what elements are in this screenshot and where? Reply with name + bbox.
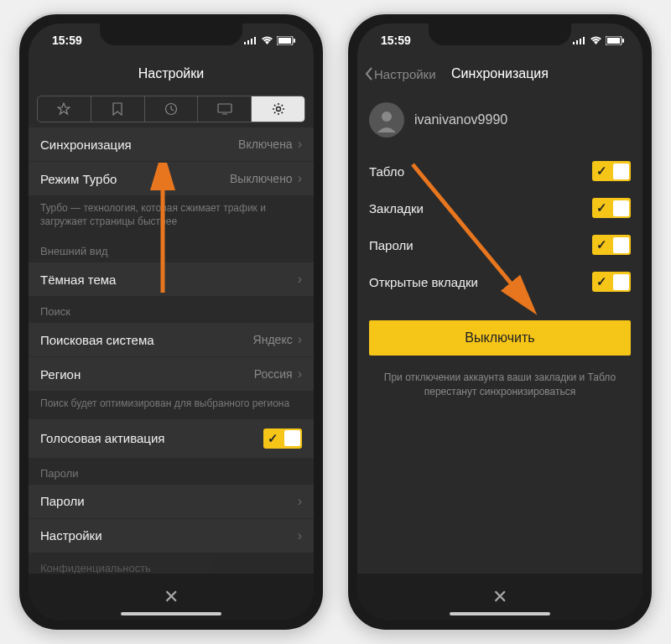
- row-dark-theme[interactable]: Тёмная тема ›: [29, 262, 314, 297]
- username: ivanivanov9990: [414, 112, 507, 127]
- row-label: Регион: [40, 367, 81, 382]
- sync-row-bookmarks: Закладки ✓: [357, 190, 642, 226]
- region-description: Поиск будет оптимизирован для выбранного…: [29, 392, 314, 418]
- chevron-right-icon: ›: [298, 494, 302, 509]
- svg-rect-0: [244, 42, 246, 44]
- chevron-right-icon: ›: [298, 366, 302, 381]
- chevron-right-icon: ›: [298, 137, 302, 151]
- svg-rect-11: [573, 42, 575, 44]
- status-indicators: [573, 36, 624, 45]
- wifi-icon: [590, 36, 602, 45]
- clock-icon: [164, 102, 178, 116]
- page-title: Настройки: [138, 66, 204, 81]
- notch: [100, 23, 242, 45]
- row-passwords[interactable]: Пароли ›: [29, 485, 314, 519]
- disconnect-button[interactable]: Выключить: [369, 320, 631, 356]
- section-passwords: Пароли: [29, 459, 314, 485]
- tabs-toggle[interactable]: ✓: [592, 272, 631, 292]
- sync-label: Закладки: [369, 201, 424, 216]
- svg-rect-17: [622, 39, 624, 43]
- svg-rect-1: [247, 40, 249, 44]
- svg-rect-5: [278, 38, 291, 44]
- tab-bookmarks[interactable]: [91, 96, 145, 122]
- row-value: Яндекс: [253, 333, 293, 346]
- settings-content[interactable]: Синхронизация Включена› Режим Турбо Выкл…: [29, 127, 314, 574]
- tab-settings[interactable]: [252, 96, 304, 122]
- screen-left: 15:59 Настройки Синхронизация Включена› …: [29, 23, 314, 621]
- sync-row-tabs: Открытые вкладки ✓: [357, 263, 642, 300]
- chevron-right-icon: ›: [298, 528, 302, 543]
- row-region[interactable]: Регион Россия›: [29, 357, 314, 392]
- star-icon: [57, 102, 70, 116]
- voice-toggle[interactable]: ✓: [263, 428, 302, 449]
- screen-right: 15:59 Настройки Синхронизация ivanivanov…: [357, 23, 642, 621]
- bottom-bar: ✕: [357, 574, 642, 621]
- row-label: Пароли: [40, 494, 85, 508]
- close-icon[interactable]: ✕: [164, 586, 179, 608]
- row-voice-activation[interactable]: Голосовая активация ✓: [29, 419, 314, 459]
- battery-icon: [277, 36, 295, 45]
- section-appearance: Внешний вид: [29, 236, 314, 262]
- bottom-bar: ✕: [29, 574, 314, 621]
- account-row[interactable]: ivanivanov9990: [357, 91, 642, 153]
- row-label: Поисковая система: [40, 333, 154, 347]
- tab-devices[interactable]: [198, 96, 252, 122]
- row-label: Настройки: [40, 528, 102, 543]
- row-turbo[interactable]: Режим Турбо Выключено›: [29, 162, 314, 196]
- svg-rect-14: [583, 37, 585, 44]
- gear-icon: [272, 102, 285, 116]
- svg-rect-13: [580, 39, 581, 44]
- bookmarks-toggle[interactable]: ✓: [592, 198, 631, 218]
- row-sync[interactable]: Синхронизация Включена›: [29, 127, 314, 162]
- status-indicators: [244, 36, 295, 45]
- check-icon: ✓: [592, 200, 611, 216]
- tablo-toggle[interactable]: ✓: [592, 161, 631, 181]
- signal-icon: [573, 36, 586, 44]
- bookmark-icon: [112, 102, 123, 116]
- avatar: [369, 102, 404, 138]
- phone-right: 15:59 Настройки Синхронизация ivanivanov…: [346, 12, 654, 632]
- row-label: Тёмная тема: [40, 273, 116, 287]
- tab-history[interactable]: [145, 96, 199, 122]
- tab-favorites[interactable]: [38, 96, 91, 122]
- row-label: Режим Турбо: [40, 172, 117, 186]
- passwords-toggle[interactable]: ✓: [592, 235, 631, 255]
- svg-point-9: [276, 107, 280, 112]
- svg-rect-12: [576, 40, 578, 44]
- turbo-description: Турбо — технология, которая сжимает траф…: [29, 196, 314, 236]
- sync-row-passwords: Пароли ✓: [357, 226, 642, 263]
- svg-rect-2: [251, 39, 252, 44]
- svg-rect-6: [294, 39, 295, 43]
- row-label: Синхронизация: [40, 138, 132, 152]
- chevron-right-icon: ›: [298, 272, 302, 287]
- sync-content: ivanivanov9990 Табло ✓ Закладки ✓ Пароли…: [357, 91, 642, 574]
- row-value: Включена: [238, 138, 293, 151]
- chevron-right-icon: ›: [298, 171, 302, 185]
- svg-point-18: [382, 112, 392, 122]
- status-time: 15:59: [381, 34, 411, 47]
- signal-icon: [244, 36, 257, 44]
- check-icon: ✓: [592, 237, 611, 252]
- section-search: Поиск: [29, 297, 314, 323]
- check-icon: ✓: [263, 431, 283, 446]
- chevron-right-icon: ›: [298, 332, 302, 346]
- back-label: Настройки: [374, 67, 436, 81]
- nav-header-left: Настройки: [29, 57, 314, 91]
- close-icon[interactable]: ✕: [492, 586, 507, 608]
- notch: [429, 23, 571, 45]
- tab-strip: [37, 96, 305, 122]
- row-value: Россия: [254, 367, 293, 381]
- section-privacy: Конфиденциальность: [29, 553, 314, 574]
- battery-icon: [606, 36, 624, 45]
- row-settings[interactable]: Настройки ›: [29, 519, 314, 553]
- home-indicator: [450, 612, 550, 615]
- back-button[interactable]: Настройки: [364, 66, 436, 81]
- phone-left: 15:59 Настройки Синхронизация Включена› …: [17, 12, 325, 632]
- row-search-engine[interactable]: Поисковая система Яндекс›: [29, 323, 314, 357]
- sync-label: Пароли: [369, 238, 414, 252]
- svg-rect-8: [218, 104, 231, 112]
- home-indicator: [121, 612, 221, 615]
- sync-row-tablo: Табло ✓: [357, 153, 642, 190]
- row-value: Выключено: [230, 172, 293, 185]
- disconnect-note: При отключении аккаунта ваши закладки и …: [357, 356, 642, 414]
